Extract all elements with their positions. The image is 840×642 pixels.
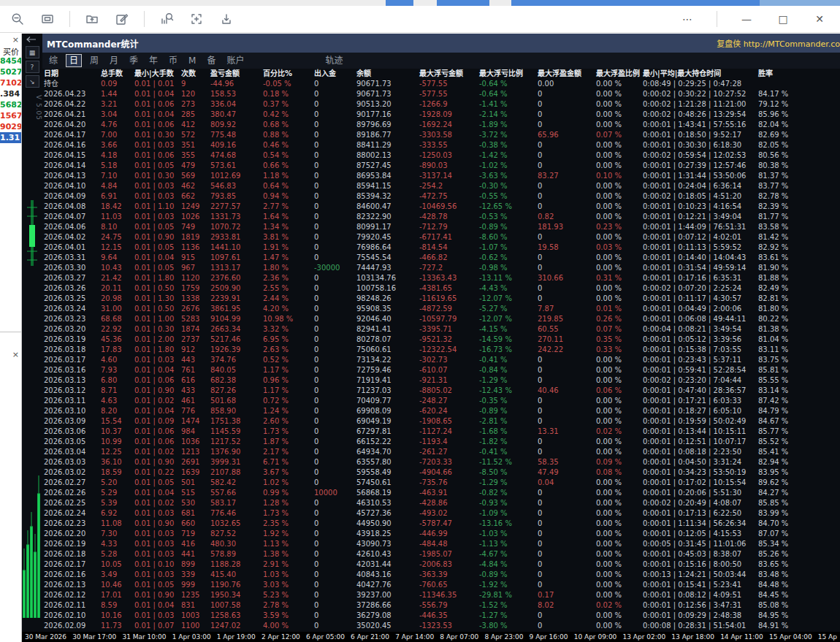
zoom-out-icon[interactable] <box>9 11 26 27</box>
table-row[interactable]: 2026.02.275.200.01 | 0.05501582.421.02 %… <box>42 478 840 488</box>
table-row[interactable]: 2026.04.104.840.01 | 0.03462546.830.64 %… <box>42 181 840 191</box>
open-folder-icon[interactable] <box>84 11 100 27</box>
tab-日[interactable]: 日 <box>66 54 82 67</box>
close-icon[interactable]: ✕ <box>812 13 827 25</box>
tab-年[interactable]: 年 <box>146 55 161 66</box>
table-row[interactable]: 2026.03.0218.590.01 | 0.2216392107.883.6… <box>42 467 840 478</box>
table-row[interactable]: 2026.02.2311.080.01 | 0.906601032.652.35… <box>42 519 840 529</box>
table-row[interactable]: 2026.03.167.930.01 | 0.04761840.051.17 %… <box>42 365 840 375</box>
quote-item[interactable]: 7102 <box>0 77 21 88</box>
table-row[interactable]: 2026.04.137.100.01 | 0.305691012.691.18 … <box>42 171 840 181</box>
table-row[interactable]: 2026.02.246.920.01 | 0.03681776.461.73 %… <box>42 508 840 519</box>
quote-item[interactable]: .384 <box>0 88 21 99</box>
table-row[interactable]: 2026.04.163.660.01 | 0.03351409.160.46 %… <box>42 140 840 150</box>
table-row[interactable]: 持仓0.090.01 | 0.019-44.96-0.05 %090671.73… <box>42 79 840 89</box>
table-cell: 0 <box>536 263 595 273</box>
table-row[interactable]: 2026.03.0510.990.01 | 0.0610361217.521.8… <box>42 437 840 447</box>
table-row[interactable]: 2026.04.177.000.01 | 0.30572775.480.88 %… <box>42 130 840 140</box>
table-row[interactable]: 2026.02.1010.160.01 | 0.0310031258.633.5… <box>42 611 840 621</box>
table-row[interactable]: 2026.02.255.390.01 | 0.02530583.171.28 %… <box>42 498 840 508</box>
help-icon[interactable]: ? <box>26 61 39 73</box>
table-row[interactable]: 2026.03.0336.100.01 | 0.9026913999.316.7… <box>42 457 840 467</box>
table-row[interactable]: 2026.04.096.910.01 | 0.03662793.850.94 %… <box>42 191 840 202</box>
table-cell: 69908.09 <box>355 406 418 416</box>
table-row[interactable]: 2026.03.2721.420.01 | 1.8011202376.602.3… <box>42 273 840 283</box>
table-row[interactable]: 2026.03.108.200.01 | 0.04776858.901.24 %… <box>42 406 840 416</box>
table-row[interactable]: 2026.03.128.710.01 | 0.90433827.261.17 %… <box>42 386 840 396</box>
tab-M[interactable]: M <box>186 55 199 66</box>
table-row[interactable]: 2026.04.0818.420.01 | 1.1012492277.572.7… <box>42 202 840 212</box>
table-row[interactable]: 2026.04.204.760.01 | 0.06412809.920.68 %… <box>42 120 840 130</box>
table-row[interactable]: 2026.03.1817.830.01 | 1.809121926.392.63… <box>42 345 840 355</box>
table-row[interactable]: 2026.03.2520.980.01 | 1.3013382239.912.4… <box>42 294 840 304</box>
table-row[interactable]: 2026.04.213.040.01 | 0.04285380.470.42 %… <box>42 110 840 120</box>
table-row[interactable]: 2026.04.223.210.01 | 0.06273336.040.37 %… <box>42 99 840 110</box>
table-row[interactable]: 2026.02.163.490.01 | 0.03339415.401.03 %… <box>42 570 840 580</box>
table-cell: 0.01 | 0.04 <box>133 110 180 120</box>
quote-item[interactable]: 9029 <box>0 121 21 132</box>
table-row[interactable]: 2026.04.0711.030.01 | 0.0310261331.731.6… <box>42 212 840 222</box>
table-row[interactable]: 2026.03.319.640.01 | 0.049151097.611.47 … <box>42 253 840 263</box>
table-cell: 242.22 <box>536 345 595 355</box>
table-row[interactable]: 2026.02.265.290.01 | 0.04515557.660.99 %… <box>42 488 840 498</box>
axis-label: 6 Apr 05:00 <box>306 633 345 641</box>
table-row[interactable]: 2026.03.2368.680.01 | 1.0052839104.9910.… <box>42 314 840 324</box>
quote-item[interactable]: 1567 <box>0 110 21 121</box>
table-row[interactable]: 2026.02.185.280.01 | 0.03441578.891.38 %… <box>42 549 840 559</box>
table-row[interactable]: 2026.04.231.440.01 | 0.04120158.530.18 %… <box>42 89 840 99</box>
table-row[interactable]: 2026.02.1310.460.01 | 0.059991190.763.03… <box>42 580 840 590</box>
table-row[interactable]: 2026.03.2620.110.01 | 0.5017592509.902.5… <box>42 283 840 294</box>
table-row[interactable]: 2026.03.0412.250.01 | 0.0212131376.902.1… <box>42 447 840 457</box>
collapse-arrow-icon[interactable] <box>24 35 40 44</box>
quote-item[interactable]: 5027 <box>0 66 21 77</box>
table-row[interactable]: 2026.03.0610.370.01 | 0.069841145.591.73… <box>42 427 840 437</box>
table-row[interactable]: 2026.03.1945.360.01 | 2.0027375217.466.9… <box>42 335 840 345</box>
table-row[interactable]: 2026.04.068.100.01 | 0.057491070.721.34 … <box>42 222 840 232</box>
export-icon[interactable] <box>218 11 234 27</box>
table-row[interactable]: 2026.02.194.330.01 | 0.03416480.301.13 %… <box>42 539 840 549</box>
table-row[interactable]: 2026.03.2022.920.01 | 0.3018742663.343.3… <box>42 324 840 335</box>
panel-link[interactable]: 复盘侠 http://MTCommander.co <box>717 37 840 49</box>
chart-zoom-icon[interactable] <box>159 11 175 27</box>
table-row[interactable]: 2026.02.207.300.01 | 0.03719827.521.92 %… <box>42 529 840 539</box>
minimize-icon[interactable]: — <box>739 13 754 25</box>
quote-item[interactable]: 5682 <box>0 99 21 110</box>
table-row[interactable]: 2026.02.0911.730.01 | 0.0711001247.024.0… <box>42 621 840 631</box>
table-row[interactable]: 2026.04.154.180.01 | 0.06355474.680.54 %… <box>42 150 840 161</box>
tab-月[interactable]: 月 <box>107 55 121 66</box>
close-icon[interactable]: × <box>12 351 19 359</box>
more-options-icon[interactable]: ⋯ <box>680 13 695 25</box>
table-row[interactable]: 2026.03.0915.540.01 | 0.0914741751.382.6… <box>42 416 840 427</box>
frame-icon[interactable] <box>39 11 56 27</box>
table-cell: 0 <box>313 222 355 232</box>
close-icon[interactable]: × <box>12 36 19 44</box>
maximize-icon[interactable]: □ <box>776 13 790 25</box>
table-row[interactable]: 2026.04.145.180.01 | 0.05479573.610.66 %… <box>42 161 840 171</box>
table-row[interactable]: 2026.03.114.630.01 | 0.02461501.680.72 %… <box>42 396 840 406</box>
tab-综[interactable]: 综 <box>46 55 61 66</box>
tab-track[interactable]: 轨迹 <box>323 55 346 66</box>
trend-arrow-icon[interactable]: ↘ <box>26 75 39 88</box>
quote-item[interactable]: 1.31 <box>0 132 21 143</box>
tab-季[interactable]: 季 <box>126 55 141 66</box>
table-row[interactable]: 2026.03.3010.430.01 | 0.059671313.171.80… <box>42 263 840 273</box>
table-row[interactable]: 2026.04.0112.150.01 | 0.0511361441.101.9… <box>42 242 840 253</box>
table-row[interactable]: 2026.03.174.600.01 | 0.03443374.760.52 %… <box>42 355 840 365</box>
table-row[interactable]: 2026.03.2431.000.01 | 0.5026763861.954.2… <box>42 304 840 314</box>
table-row[interactable]: 2026.02.1217.010.01 | 0.9012351950.345.2… <box>42 590 840 600</box>
stats-grid-icon[interactable]: ▦ <box>26 46 39 58</box>
table-cell: 0.01 | 0.05 <box>133 242 180 253</box>
table-row[interactable]: 2026.02.1710.050.01 | 0.108991188.282.91… <box>42 559 840 570</box>
table-cell: 1474 <box>180 416 209 427</box>
tab-周[interactable]: 周 <box>87 55 102 66</box>
table-row[interactable]: 2026.03.136.800.01 | 0.06616682.380.96 %… <box>42 375 840 386</box>
table-cell: 0:00:01 | 0:15:38 | 7:03:55 <box>641 345 757 355</box>
table-row[interactable]: 2026.04.0224.750.01 | 0.9018192933.813.8… <box>42 232 840 242</box>
edit-icon[interactable] <box>114 11 130 27</box>
quote-item[interactable]: 8454 <box>0 56 21 66</box>
tab-币[interactable]: 币 <box>166 55 180 66</box>
tab-备[interactable]: 备 <box>204 55 218 66</box>
table-row[interactable]: 2026.02.118.590.01 | 0.048311007.582.78 … <box>42 600 840 611</box>
select-region-icon[interactable] <box>188 11 205 27</box>
tab-账户[interactable]: 账户 <box>224 55 247 66</box>
